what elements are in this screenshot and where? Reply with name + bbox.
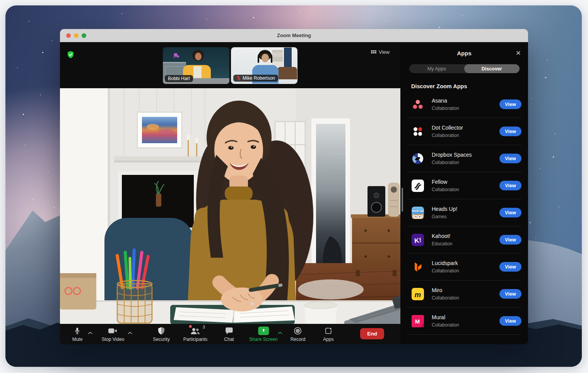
view-kahoot-button[interactable]: View: [499, 235, 521, 245]
chat-label: Chat: [224, 337, 234, 342]
share-options-chevron[interactable]: [278, 329, 282, 336]
chat-bubble-icon: [225, 326, 233, 335]
heads-up-app-icon: Heads Up!: [412, 207, 424, 219]
app-name: Heads Up!: [432, 206, 499, 212]
app-category: Collaboration: [432, 268, 499, 274]
lucidspark-app-icon: [412, 261, 424, 273]
video-thumbnail-strip: Bobbi Hart Mike Robertson: [60, 42, 400, 88]
participant-thumbnail-bobbi[interactable]: Bobbi Hart: [163, 47, 229, 84]
record-button[interactable]: Record: [291, 326, 306, 342]
mute-button[interactable]: Mute: [72, 326, 83, 342]
app-category: Collaboration: [432, 133, 499, 138]
view-fellow-button[interactable]: View: [499, 181, 521, 190]
dropbox-spaces-app-icon: [412, 152, 424, 165]
participant-thumbnail-mike[interactable]: Mike Robertson: [231, 47, 297, 84]
app-list-item: m Miro Collaboration View: [407, 281, 521, 308]
record-icon: [294, 326, 302, 335]
dot-collector-app-icon: [412, 125, 424, 138]
mute-options-chevron[interactable]: [88, 329, 92, 336]
app-list-item: K! Kahoot! Education View: [407, 226, 521, 253]
flower-decoration: [174, 53, 178, 57]
view-mural-button[interactable]: View: [499, 316, 521, 326]
share-screen-button[interactable]: Share Screen: [249, 326, 277, 342]
camera-icon: [108, 326, 118, 335]
meeting-main-area: Bobbi Hart Mike Robertson: [60, 42, 400, 344]
mural-app-icon: M: [412, 315, 424, 327]
stars-decoration: [5, 5, 7, 7]
app-list-item: Asana Collaboration View: [407, 91, 521, 118]
miro-app-icon: m: [412, 288, 424, 300]
participants-count: 3: [203, 325, 205, 329]
zoom-meeting-window: Zoom Meeting Bobbi Hart: [60, 29, 528, 344]
close-icon[interactable]: ✕: [516, 49, 521, 57]
tab-discover[interactable]: Discover: [464, 64, 520, 73]
grid-view-icon: [371, 50, 376, 55]
app-name: Asana: [432, 98, 499, 104]
participant-figure: [195, 53, 202, 60]
app-list-item: Dot Collector Collaboration View: [407, 118, 521, 145]
view-dropbox-spaces-button[interactable]: View: [499, 154, 521, 163]
window-titlebar: Zoom Meeting: [60, 29, 528, 42]
svg-text:K!: K!: [414, 236, 422, 245]
stop-video-button[interactable]: Stop Video: [102, 326, 125, 342]
shield-icon: [157, 326, 165, 335]
chat-button[interactable]: Chat: [224, 326, 234, 342]
window-title: Zoom Meeting: [60, 33, 528, 38]
app-name: Lucidspark: [432, 260, 499, 266]
participants-label: Participants: [183, 337, 208, 342]
app-list-item: Heads Up! Heads Up! Games View: [407, 199, 521, 226]
view-dot-collector-button[interactable]: View: [499, 127, 521, 136]
app-name: Dropbox Spaces: [432, 152, 499, 158]
participants-icon: 3: [190, 326, 200, 335]
stars-decoration: [5, 5, 6, 6]
window-decoration: [284, 48, 292, 67]
app-category: Education: [432, 241, 499, 246]
microphone-icon: [74, 326, 81, 335]
share-screen-label: Share Screen: [249, 337, 277, 342]
view-miro-button[interactable]: View: [499, 289, 521, 299]
end-meeting-button[interactable]: End: [360, 328, 384, 339]
participant-name-label: Bobbi Hart: [165, 75, 193, 82]
app-category: Collaboration: [432, 322, 499, 328]
app-name: Kahoot!: [432, 233, 499, 239]
app-category: Collaboration: [432, 160, 499, 165]
participant-name-label: Mike Robertson: [233, 75, 278, 82]
discover-section-title: Discover Zoom Apps: [411, 83, 528, 89]
app-category: Collaboration: [432, 106, 499, 111]
share-screen-icon: [258, 326, 269, 335]
apps-icon: [324, 326, 332, 335]
app-name: Dot Collector: [432, 125, 499, 131]
app-list-item: M Mural Collaboration View: [407, 308, 521, 335]
svg-text:M: M: [415, 318, 420, 325]
video-options-chevron[interactable]: [128, 329, 132, 336]
active-speaker-video: [60, 88, 400, 324]
scrollbar-thumb[interactable]: [402, 188, 403, 212]
tab-my-apps[interactable]: My Apps: [409, 64, 465, 73]
participant-figure: [262, 54, 269, 62]
asana-app-icon: [412, 98, 424, 111]
app-name: Miro: [432, 287, 499, 293]
svg-text:m: m: [415, 290, 421, 298]
couch-decoration: [277, 67, 297, 79]
view-lucidspark-button[interactable]: View: [499, 262, 521, 272]
mute-label: Mute: [72, 337, 83, 342]
apps-panel-title: Apps: [400, 50, 528, 56]
shelf-decoration: [272, 50, 282, 67]
video-scene: [60, 88, 400, 324]
view-heads-up-button[interactable]: View: [499, 208, 521, 217]
view-layout-button[interactable]: View: [371, 49, 390, 55]
view-asana-button[interactable]: View: [499, 99, 521, 109]
participants-button[interactable]: 3 Participants: [183, 326, 208, 342]
app-category: Collaboration: [432, 187, 499, 192]
app-list-item: Fellow Collaboration View: [407, 172, 521, 199]
fellow-app-icon: [412, 180, 424, 192]
app-name: Mural: [432, 314, 499, 320]
security-button[interactable]: Security: [153, 326, 169, 342]
apps-button[interactable]: Apps: [323, 326, 333, 342]
app-list-item: Lucidspark Collaboration View: [407, 253, 521, 281]
app-category: Games: [432, 214, 499, 219]
meeting-toolbar: Mute Stop Video: [60, 324, 400, 344]
app-category: Collaboration: [432, 295, 499, 301]
meeting-security-shield-icon[interactable]: [67, 51, 74, 60]
discover-apps-list: Asana Collaboration View Dot Collector C…: [407, 91, 521, 335]
